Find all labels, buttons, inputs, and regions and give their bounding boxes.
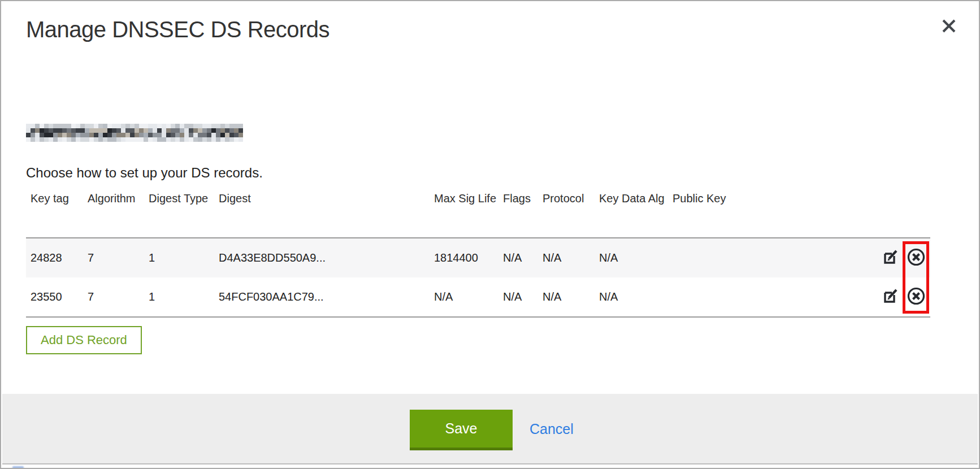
cell-flags: N/A — [498, 290, 538, 303]
cell-actions — [880, 249, 930, 268]
cell-max-sig-life: 1814400 — [430, 251, 498, 264]
col-header-protocol: Protocol — [538, 192, 595, 205]
cell-digest: 54FCF030AA1C79... — [214, 290, 430, 303]
modal-footer: Save Cancel — [2, 394, 978, 464]
cancel-link[interactable]: Cancel — [530, 421, 574, 437]
col-header-public-key: Public Key — [668, 192, 880, 205]
delete-record-button[interactable] — [907, 249, 926, 268]
edit-record-button[interactable] — [882, 249, 900, 268]
cell-key-tag: 24828 — [26, 251, 83, 264]
cell-key-data-alg: N/A — [595, 290, 668, 303]
col-header-key-tag: Key tag — [26, 192, 83, 205]
col-header-flags: Flags — [498, 192, 538, 205]
cell-max-sig-life: N/A — [430, 290, 498, 303]
delete-record-icon — [906, 286, 926, 308]
cell-protocol: N/A — [538, 290, 595, 303]
cell-protocol: N/A — [538, 251, 595, 264]
cell-digest-type: 1 — [144, 290, 214, 303]
table-body: 24828 7 1 D4A33E8DD550A9... 1814400 N/A … — [26, 237, 930, 318]
page-title: Manage DNSSEC DS Records — [26, 17, 329, 42]
cell-digest: D4A33E8DD550A9... — [214, 251, 430, 264]
col-header-digest-type: Digest Type — [144, 192, 214, 205]
col-header-max-sig-life: Max Sig Life — [430, 192, 498, 205]
col-header-key-data-alg: Key Data Alg — [595, 192, 668, 205]
table-row: 23550 7 1 54FCF030AA1C79... N/A N/A N/A … — [26, 277, 930, 316]
edit-record-button[interactable] — [882, 288, 900, 307]
dnssec-modal: Manage DNSSEC DS Records Choose how to s… — [0, 0, 980, 469]
close-button[interactable] — [938, 16, 960, 37]
add-ds-record-button[interactable]: Add DS Record — [26, 326, 142, 354]
cell-algorithm: 7 — [83, 290, 144, 303]
delete-record-button[interactable] — [907, 288, 926, 307]
cell-actions — [880, 288, 930, 307]
cell-key-tag: 23550 — [26, 290, 83, 303]
instruction-text: Choose how to set up your DS records. — [26, 165, 263, 181]
redacted-domain-name — [26, 124, 243, 142]
col-header-digest: Digest — [214, 192, 430, 205]
ds-records-table: Key tag Algorithm Digest Type Digest Max… — [26, 191, 930, 318]
table-header-row: Key tag Algorithm Digest Type Digest Max… — [26, 191, 930, 237]
cell-digest-type: 1 — [144, 251, 214, 264]
cell-algorithm: 7 — [83, 251, 144, 264]
table-row: 24828 7 1 D4A33E8DD550A9... 1814400 N/A … — [26, 238, 930, 277]
edit-record-icon — [882, 287, 900, 307]
cell-key-data-alg: N/A — [595, 251, 668, 264]
col-header-algorithm: Algorithm — [83, 192, 144, 205]
edit-record-icon — [882, 248, 900, 268]
save-button[interactable]: Save — [410, 410, 513, 450]
delete-record-icon — [906, 247, 926, 269]
background-page-sliver — [12, 466, 24, 469]
cell-flags: N/A — [498, 251, 538, 264]
close-icon — [941, 18, 957, 36]
